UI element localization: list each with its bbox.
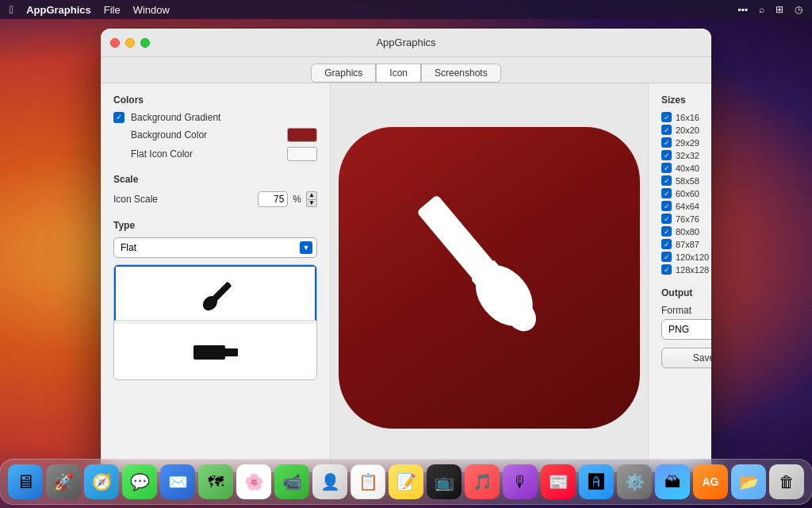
dock-item-appstore[interactable]: 🅰 — [579, 464, 614, 499]
dock-item-safari[interactable]: 🧭 — [84, 464, 119, 499]
dock-item-podcasts[interactable]: 🎙 — [503, 464, 538, 499]
dock-item-mail[interactable]: ✉️ — [160, 464, 195, 499]
dock-item-notes[interactable]: 📝 — [389, 464, 423, 499]
background-gradient-label: Background Gradient — [131, 112, 317, 123]
colors-title: Colors — [113, 94, 317, 106]
window-title: AppGraphics — [376, 37, 435, 48]
size-label-87: 87x87 — [676, 240, 699, 249]
dock-item-folder[interactable]: 📂 — [731, 464, 766, 499]
maximize-button[interactable] — [140, 38, 150, 48]
main-window: AppGraphics Graphics Icon Screenshots Co… — [101, 29, 711, 472]
size-check-40[interactable]: ✓ — [661, 163, 672, 173]
dock-item-launchpad[interactable]: 🚀 — [46, 464, 81, 499]
menubar-search-icon[interactable]: ⌕ — [759, 4, 764, 15]
type-section: Type Flat ▼ — [113, 220, 317, 380]
close-button[interactable] — [110, 38, 120, 48]
output-title: Output — [661, 287, 711, 298]
menu-file[interactable]: File — [104, 4, 121, 16]
size-check-76[interactable]: ✓ — [661, 214, 672, 224]
dock-item-finder[interactable]: 🖥 — [8, 464, 43, 499]
paintbrush-svg — [377, 165, 603, 391]
dock-item-appletv[interactable]: 📺 — [427, 464, 462, 499]
format-row: Format PNG JPEG ICNS ▼ — [661, 305, 711, 340]
format-select[interactable]: PNG JPEG ICNS — [661, 319, 711, 340]
size-check-120[interactable]: ✓ — [661, 252, 672, 262]
traffic-lights — [110, 38, 150, 48]
dock-item-appgraphics[interactable]: AG — [693, 464, 728, 499]
size-row-120: ✓ 120x120 — [661, 252, 711, 262]
stepper-down-button[interactable]: ▼ — [306, 200, 317, 208]
menubar-right: ▪▪▪ ⌕ ⊞ ◷ — [737, 4, 802, 15]
dock-item-photos[interactable]: 🌸 — [236, 464, 271, 499]
size-check-58[interactable]: ✓ — [661, 175, 672, 186]
dock-item-sysprefs[interactable]: ⚙️ — [617, 464, 652, 499]
tab-graphics[interactable]: Graphics — [311, 64, 376, 83]
scale-title: Scale — [113, 174, 317, 185]
size-label-120: 120x120 — [676, 252, 709, 262]
scale-section: Scale Icon Scale 75 % ▲ ▼ — [113, 174, 317, 207]
scale-stepper[interactable]: ▲ ▼ — [306, 191, 317, 207]
menu-window[interactable]: Window — [133, 4, 170, 16]
svg-rect-6 — [416, 194, 495, 280]
size-check-16[interactable]: ✓ — [661, 112, 672, 122]
tab-icon[interactable]: Icon — [376, 64, 421, 83]
background-color-row: Background Color — [113, 128, 317, 142]
size-row-20: ✓ 20x20 — [661, 125, 711, 135]
apple-menu[interactable]:  — [10, 3, 13, 16]
background-color-label: Background Color — [113, 129, 281, 140]
menubar-time-icon[interactable]: ◷ — [795, 4, 802, 15]
dock-item-trash[interactable]: 🗑 — [769, 464, 804, 499]
size-check-87[interactable]: ✓ — [661, 239, 672, 249]
size-row-40: ✓ 40x40 — [661, 163, 711, 173]
type-select[interactable]: Flat — [113, 237, 317, 258]
background-gradient-checkbox[interactable]: ✓ — [113, 112, 124, 123]
svg-rect-4 — [193, 345, 225, 360]
dock-item-facetime[interactable]: 📹 — [274, 464, 309, 499]
size-check-20[interactable]: ✓ — [661, 125, 672, 135]
icon-scale-input[interactable]: 75 — [258, 191, 288, 207]
size-check-32[interactable]: ✓ — [661, 150, 672, 160]
dock-item-reminders[interactable]: 📋 — [350, 464, 385, 499]
size-row-32: ✓ 32x32 — [661, 150, 711, 160]
size-check-128[interactable]: ✓ — [661, 264, 672, 275]
size-label-32: 32x32 — [676, 151, 699, 160]
save-button[interactable]: Save Icon(s) — [661, 348, 711, 368]
size-check-60[interactable]: ✓ — [661, 188, 672, 198]
second-preview-icon — [184, 328, 247, 375]
size-label-29: 29x29 — [676, 138, 699, 148]
menu-appgraphics[interactable]: AppGraphics — [26, 4, 91, 16]
sizes-section: Sizes ✓ 16x16 ✓ 152x152 ✓ 20x20 — [661, 94, 711, 275]
left-panel: Colors ✓ Background Gradient Background … — [101, 83, 331, 472]
menubar-left:  AppGraphics File Window — [10, 3, 170, 16]
dock-item-contacts[interactable]: 👤 — [312, 464, 347, 499]
size-check-80[interactable]: ✓ — [661, 226, 672, 237]
dock-item-maps[interactable]: 🗺 — [198, 464, 233, 499]
type-preview-flat[interactable] — [114, 265, 316, 321]
dock-item-news[interactable]: 📰 — [541, 464, 576, 499]
flat-icon-color-swatch[interactable] — [287, 147, 317, 161]
background-color-swatch[interactable] — [287, 128, 317, 142]
size-row-76: ✓ 76x76 — [661, 214, 711, 224]
stepper-up-button[interactable]: ▲ — [306, 191, 317, 200]
scale-unit: % — [293, 194, 301, 205]
type-previews — [113, 264, 317, 380]
window-body: Colors ✓ Background Gradient Background … — [101, 83, 711, 472]
menubar:  AppGraphics File Window ▪▪▪ ⌕ ⊞ ◷ — [0, 0, 812, 19]
scale-row: Icon Scale 75 % ▲ ▼ — [113, 191, 317, 207]
minimize-button[interactable] — [125, 38, 135, 48]
tab-screenshots[interactable]: Screenshots — [421, 64, 501, 83]
size-label-20: 20x20 — [676, 125, 699, 135]
flat-preview-icon — [184, 270, 247, 318]
size-label-80: 80x80 — [676, 227, 699, 237]
size-check-64[interactable]: ✓ — [661, 201, 672, 211]
format-label: Format — [661, 305, 711, 316]
size-label-64: 64x64 — [676, 202, 699, 211]
type-preview-second[interactable] — [114, 324, 316, 379]
size-check-29[interactable]: ✓ — [661, 137, 672, 148]
size-row-16: ✓ 16x16 — [661, 112, 711, 122]
dock-item-messages[interactable]: 💬 — [122, 464, 157, 499]
tabbar: Graphics Icon Screenshots — [101, 57, 711, 83]
menubar-control-icon[interactable]: ⊞ — [776, 4, 783, 15]
dock-item-music[interactable]: 🎵 — [465, 464, 500, 499]
dock-item-screensaver[interactable]: 🏔 — [655, 464, 690, 499]
